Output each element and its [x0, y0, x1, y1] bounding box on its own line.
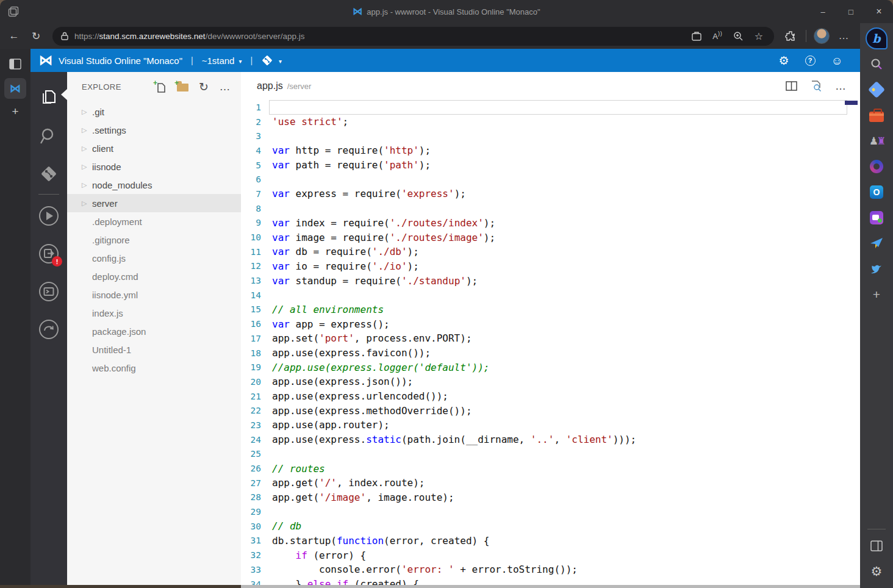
tree-item-untitled-1[interactable]: Untitled-1	[67, 340, 241, 359]
code-line: 5var path = require('path');	[241, 158, 860, 173]
minimize-button[interactable]: –	[809, 0, 837, 23]
settings-gear-icon[interactable]: ⚙	[779, 55, 789, 66]
drop-icon[interactable]	[864, 231, 889, 256]
tree-item-iisnode-yml[interactable]: iisnode.yml	[67, 285, 241, 304]
tree-item-label: config.js	[92, 253, 126, 264]
sidebar-panel-icon[interactable]	[864, 533, 889, 559]
code-line: 2'use strict';	[241, 115, 860, 129]
tree-item--git[interactable]: ▷.git	[67, 102, 241, 121]
split-screen-icon[interactable]	[687, 27, 706, 45]
explorer-more-icon[interactable]: …	[217, 79, 234, 95]
tree-item-node-modules[interactable]: ▷node_modules	[67, 176, 241, 194]
code-area[interactable]: 12'use strict';34var http = require('htt…	[241, 100, 860, 588]
tree-item-label: .git	[92, 107, 104, 117]
twitter-icon[interactable]	[864, 256, 889, 282]
browser-toolbar: ← ↻ https://stand.scm.azurewebsites.net/…	[0, 23, 860, 49]
code-line: 22app.use(express.methodOverride());	[241, 403, 860, 418]
tree-item-index-js[interactable]: index.js	[67, 304, 241, 322]
back-button[interactable]: ←	[4, 26, 24, 46]
tree-item-package-json[interactable]: package.json	[67, 322, 241, 340]
code-line: 15// all environments	[241, 303, 860, 317]
errors-output-icon[interactable]: !	[30, 235, 67, 273]
workspace-dropdown[interactable]: ~1stand ▾	[202, 56, 242, 66]
tree-item--deployment[interactable]: .deployment	[67, 212, 241, 231]
tree-item--settings[interactable]: ▷.settings	[67, 121, 241, 139]
read-aloud-icon[interactable]: A) )	[708, 27, 726, 45]
code-line: 8	[241, 201, 860, 216]
code-line: 29	[241, 504, 860, 519]
chevron-right-icon: ▷	[82, 145, 92, 152]
refresh-explorer-icon[interactable]: ↻	[195, 79, 212, 95]
search-view-icon[interactable]	[30, 117, 67, 155]
sidebar-settings-icon[interactable]: ⚙	[864, 559, 889, 584]
tree-item-config-js[interactable]: config.js	[67, 249, 241, 267]
tree-item--gitignore[interactable]: .gitignore	[67, 231, 241, 249]
edge-sidebar: b ♟♜ O +	[860, 23, 893, 588]
vso-logo-icon: ⋈	[39, 52, 52, 68]
restart-icon[interactable]	[30, 310, 67, 348]
sidebar-add-icon[interactable]: +	[864, 282, 889, 307]
find-in-file-icon[interactable]	[811, 81, 822, 91]
vso-title: Visual Studio Online "Monaco"	[59, 56, 182, 66]
line-number: 11	[241, 247, 269, 257]
browser-menu-button[interactable]: …	[833, 26, 854, 46]
shopping-icon[interactable]	[864, 77, 889, 102]
bing-chat-icon[interactable]: b	[864, 26, 889, 51]
line-number: 13	[241, 276, 269, 285]
designer-icon[interactable]	[864, 205, 889, 231]
line-number: 27	[241, 478, 269, 488]
activity-bar-divider	[38, 194, 59, 195]
explorer-title: EXPLORE	[82, 82, 152, 91]
outlook-icon[interactable]: O	[864, 179, 889, 205]
console-icon[interactable]	[30, 273, 67, 310]
help-icon[interactable]: ?	[805, 56, 816, 66]
tree-item-client[interactable]: ▷client	[67, 139, 241, 157]
editor-pane: app.js /server	[241, 72, 860, 588]
profile-avatar[interactable]	[811, 26, 832, 46]
feedback-smiley-icon[interactable]: ☺	[831, 55, 843, 66]
scrollbar-thumb[interactable]	[845, 101, 858, 105]
refresh-button[interactable]: ↻	[26, 26, 46, 46]
git-view-icon[interactable]	[30, 155, 67, 193]
tree-item-deploy-cmd[interactable]: deploy.cmd	[67, 267, 241, 285]
code-line: 27app.get('/', index.route);	[241, 476, 860, 490]
workspaces-icon[interactable]	[0, 0, 27, 23]
git-icon	[261, 54, 273, 66]
run-icon[interactable]	[30, 197, 67, 235]
address-bar[interactable]: https://stand.scm.azurewebsites.net/dev/…	[52, 27, 774, 46]
extensions-puzzle-icon[interactable]	[780, 26, 801, 46]
tree-item-label: client	[92, 143, 113, 154]
tree-item-web-config[interactable]: web.config	[67, 359, 241, 377]
microsoft-365-icon[interactable]	[864, 154, 889, 179]
new-folder-icon[interactable]: +	[174, 79, 191, 95]
vs-logo-icon: ⋈	[353, 7, 362, 16]
new-file-icon[interactable]: +	[152, 79, 170, 95]
tree-item-iisnode[interactable]: ▷iisnode	[67, 157, 241, 176]
new-tab-button[interactable]: +	[12, 105, 18, 118]
editor-tab-filename[interactable]: app.js	[257, 81, 283, 91]
zoom-icon[interactable]	[729, 27, 747, 45]
line-number: 20	[241, 377, 269, 387]
line-number: 29	[241, 507, 269, 517]
code-line: 9var index = require('./routes/index');	[241, 216, 860, 231]
active-browser-tab[interactable]: ⋈	[4, 78, 26, 99]
tree-item-label: iisnode.yml	[92, 290, 138, 300]
sidebar-search-icon[interactable]	[864, 51, 889, 77]
tree-item-label: .settings	[92, 125, 126, 135]
games-icon[interactable]: ♟♜	[864, 128, 889, 154]
vertical-tabs-toggle-icon[interactable]	[9, 55, 21, 73]
favorites-star-icon[interactable]: ☆	[750, 27, 768, 45]
code-line: 7var express = require('express');	[241, 187, 860, 201]
git-branch-dropdown[interactable]: ▾	[261, 54, 282, 66]
code-line: 10var image = require('./routes/image');	[241, 230, 860, 245]
editor-tab-path: /server	[287, 82, 312, 91]
tools-icon[interactable]	[864, 102, 889, 128]
split-editor-icon[interactable]	[786, 81, 797, 91]
url-text: https://stand.scm.azurewebsites.net/dev/…	[74, 32, 687, 41]
tree-item-label: index.js	[92, 308, 123, 318]
tree-item-label: package.json	[92, 326, 146, 337]
maximize-button[interactable]: □	[837, 0, 865, 23]
tree-item-server[interactable]: ▷server	[67, 194, 241, 212]
close-button[interactable]: ×	[865, 0, 893, 23]
code-line: 32 if (error) {	[241, 548, 860, 562]
